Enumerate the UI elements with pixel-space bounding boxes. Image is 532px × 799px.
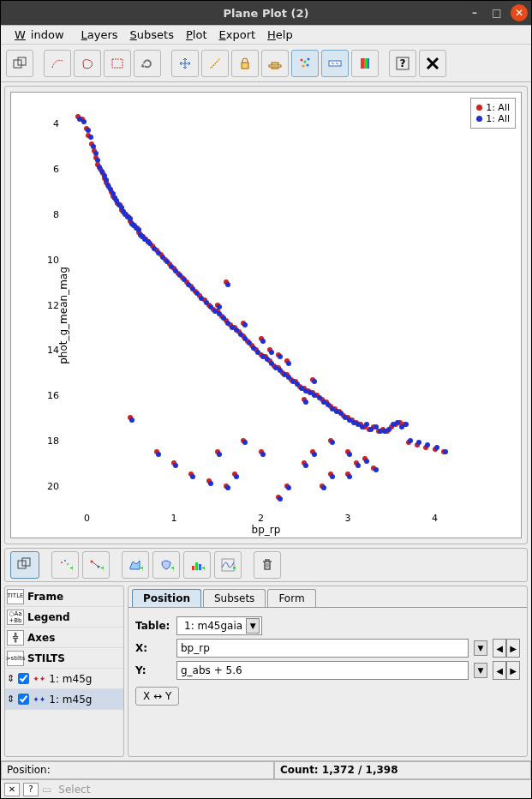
svg-point-10 <box>307 63 309 66</box>
subset-draw-button[interactable] <box>44 50 71 77</box>
layer-item[interactable]: ⇕✦✦1: m45g <box>5 669 123 689</box>
menu-plot[interactable]: Plot <box>181 27 212 43</box>
titlebar[interactable]: Plane Plot (2) – □ ✕ <box>1 1 531 25</box>
scatter-icon: ✦✦ <box>33 695 45 704</box>
close-button[interactable]: ✕ <box>511 4 528 21</box>
replot-button[interactable] <box>134 50 161 77</box>
add-pair-layer-button[interactable]: + <box>82 551 110 579</box>
data-point <box>434 445 439 450</box>
layer-item[interactable]: TITLEFrame <box>5 586 123 607</box>
data-point <box>208 481 213 486</box>
data-point <box>312 379 317 384</box>
menu-export[interactable]: Export <box>214 27 261 43</box>
x-dropdown[interactable]: ▼ <box>474 640 487 656</box>
footer-close-icon[interactable]: ✕ <box>4 783 20 796</box>
x-input[interactable] <box>176 639 469 658</box>
x-tick: 0 <box>84 513 90 524</box>
layer-item[interactable]: ╬Axes <box>5 628 123 648</box>
add-histogram-layer-button[interactable]: + <box>183 551 211 579</box>
lock-aspect-button[interactable] <box>261 50 289 77</box>
y-label: Y: <box>135 664 171 676</box>
svg-point-9 <box>302 64 305 67</box>
parallel-button[interactable] <box>321 50 349 77</box>
legend-item: 1: All <box>476 113 510 124</box>
add-function-layer-button[interactable]: + <box>214 551 242 579</box>
y-input[interactable] <box>176 661 469 680</box>
layer-item[interactable]: >stiltsSTILTS <box>5 648 123 669</box>
data-point <box>425 442 430 448</box>
dropdown-icon[interactable]: ▼ <box>246 618 260 634</box>
svg-rect-14 <box>368 58 369 69</box>
svg-text:+: + <box>69 563 73 573</box>
layer-icon: ╬ <box>7 630 24 646</box>
reorder-icon[interactable]: ⇕ <box>7 673 15 684</box>
svg-rect-28 <box>192 566 194 570</box>
close-window-button[interactable] <box>419 50 446 77</box>
sketch-plot-button[interactable] <box>291 50 319 77</box>
x-prev-button[interactable]: ◀ <box>493 639 506 658</box>
plot-pane: phot_g_mean_mag bp_rp 468101214161820 01… <box>4 86 528 544</box>
add-control-button[interactable] <box>10 551 39 579</box>
layer-item[interactable]: ○Aa+BbLegend <box>5 607 123 628</box>
help-button[interactable]: ? <box>389 50 416 77</box>
status-position: Position: <box>1 761 274 779</box>
float-window-button[interactable] <box>6 50 33 77</box>
status-count: Count: 1,372 / 1,398 <box>274 761 531 779</box>
table-select[interactable]: 1: m45gaia ▼ <box>176 616 262 635</box>
footer-help-icon[interactable]: ? <box>23 783 39 796</box>
lock-axes-button[interactable] <box>231 50 259 77</box>
x-tick: 4 <box>432 513 438 524</box>
layer-item[interactable]: ⇕✦✦1: m45g <box>5 689 123 710</box>
data-point <box>225 485 230 490</box>
x-next-button[interactable]: ▶ <box>506 639 520 658</box>
maximize-button[interactable]: □ <box>488 4 505 21</box>
x-label: X: <box>135 642 171 654</box>
add-mark-layer-button[interactable]: + <box>51 551 79 579</box>
y-dropdown[interactable]: ▼ <box>474 663 487 678</box>
data-point <box>356 463 361 468</box>
plot-canvas[interactable]: phot_g_mean_mag bp_rp 468101214161820 01… <box>10 92 522 538</box>
layer-visibility-checkbox[interactable] <box>18 673 29 684</box>
menu-subsets[interactable]: Subsets <box>125 27 179 43</box>
add-region-layer-button[interactable]: + <box>152 551 180 579</box>
data-point <box>260 339 266 344</box>
subset-blob-button[interactable] <box>74 50 101 77</box>
y-tick: 4 <box>53 118 59 129</box>
y-next-button[interactable]: ▶ <box>506 661 520 680</box>
menu-window[interactable]: Window <box>9 27 75 43</box>
measure-button[interactable] <box>201 50 229 77</box>
data-point <box>286 361 291 366</box>
tab-subsets[interactable]: Subsets <box>203 589 266 607</box>
svg-rect-29 <box>195 562 198 570</box>
layer-visibility-checkbox[interactable] <box>18 694 29 705</box>
svg-text:+: + <box>140 563 143 573</box>
svg-point-6 <box>301 58 303 61</box>
data-point <box>242 322 248 327</box>
scatter-icon: ✦✦ <box>33 675 45 683</box>
remove-layer-button[interactable] <box>254 551 281 579</box>
reorder-icon[interactable]: ⇕ <box>7 694 15 705</box>
y-tick: 10 <box>47 254 59 265</box>
data-point <box>416 440 421 445</box>
rescale-button[interactable] <box>171 50 199 77</box>
y-tick: 18 <box>47 435 59 446</box>
data-point <box>443 449 448 454</box>
tab-form[interactable]: Form <box>267 589 315 607</box>
aux-axis-button[interactable] <box>351 50 379 77</box>
data-point <box>95 158 100 163</box>
y-prev-button[interactable]: ◀ <box>493 661 506 680</box>
data-point <box>408 438 413 443</box>
tab-position[interactable]: Position <box>132 589 201 607</box>
y-tick: 12 <box>47 299 59 310</box>
menu-layers[interactable]: Layers <box>76 27 123 43</box>
minimize-button[interactable]: – <box>466 4 483 21</box>
swap-xy-button[interactable]: X ↔ Y <box>135 687 179 706</box>
data-point <box>386 427 392 432</box>
svg-text:+: + <box>170 563 174 573</box>
svg-rect-12 <box>361 58 364 69</box>
data-point <box>347 474 352 479</box>
svg-rect-13 <box>364 58 368 69</box>
menu-help[interactable]: Help <box>262 27 298 43</box>
add-area-layer-button[interactable]: + <box>122 551 149 579</box>
subset-rect-button[interactable] <box>104 50 131 77</box>
